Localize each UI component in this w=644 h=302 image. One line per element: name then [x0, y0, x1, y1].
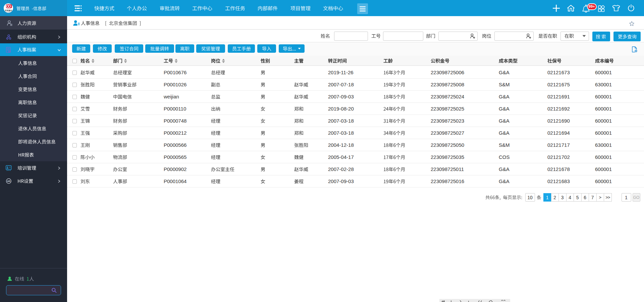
svg-text:-POWER-: -POWER-: [6, 11, 11, 13]
svg-text:HR: HR: [7, 180, 10, 182]
